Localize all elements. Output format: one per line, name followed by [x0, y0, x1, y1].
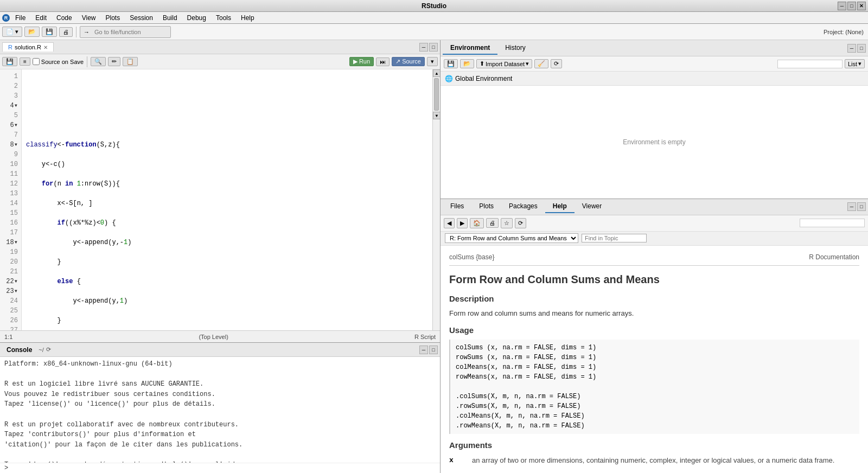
help-bookmark-btn[interactable]: ☆: [501, 218, 513, 228]
console-refresh-btn[interactable]: ⟳: [46, 346, 51, 353]
tab-history[interactable]: History: [497, 42, 533, 55]
console-output[interactable]: Platform: x86_64-unknown-linux-gnu (64-b…: [0, 357, 440, 463]
search-replace-btn[interactable]: 🔍: [91, 57, 106, 66]
editor-tab-solution[interactable]: R solution.R ✕: [2, 42, 54, 52]
new-file-button[interactable]: 📄▾: [2, 27, 22, 37]
open-file-button[interactable]: 📂: [24, 27, 40, 37]
console-tab-bar: Console ~/ ⟳ ─ □: [0, 343, 440, 357]
help-arg-x-desc: an array of two or more dimensions, cont…: [472, 455, 834, 466]
scroll-up-arrow[interactable]: ▲: [433, 69, 440, 77]
restore-button[interactable]: □: [847, 2, 856, 10]
scroll-down-arrow[interactable]: ▼: [433, 112, 440, 119]
help-description-title: Description: [449, 293, 859, 305]
close-button[interactable]: ✕: [857, 2, 866, 10]
tab-packages[interactable]: Packages: [501, 200, 545, 213]
menu-bar: R File Edit Code View Plots Session Buil…: [0, 12, 868, 24]
tab-plots[interactable]: Plots: [471, 200, 501, 213]
console-prompt: >: [4, 464, 8, 472]
find-topic-input[interactable]: [582, 234, 647, 242]
console-pane-controls: ─ □: [419, 346, 438, 354]
tab-files[interactable]: Files: [443, 200, 471, 213]
help-arguments-title: Arguments: [449, 439, 859, 452]
editor-show-btn[interactable]: ≡: [20, 57, 30, 66]
code-line-1: [26, 81, 428, 91]
env-empty-message: Environment is empty: [441, 86, 868, 199]
env-save-btn[interactable]: 💾: [444, 59, 458, 68]
help-back-btn[interactable]: ◀: [444, 218, 455, 228]
code-area: 1 2 3 4▾ 5 6▾ 7 8▾ 9 10 11 12 13 14 15 1…: [0, 69, 440, 330]
print-button[interactable]: 🖨: [59, 27, 73, 37]
code-content[interactable]: classify<-function(S,z){ y<-c() for(n in…: [22, 69, 432, 330]
menu-session[interactable]: Session: [125, 13, 157, 23]
console-maximize-button[interactable]: □: [429, 346, 438, 354]
editor-save-btn[interactable]: 💾: [2, 57, 17, 66]
console-input[interactable]: [10, 464, 436, 472]
menu-plots[interactable]: Plots: [101, 13, 125, 23]
format-btn[interactable]: ✏: [108, 57, 120, 66]
env-toolbar: 💾 📂 ⬆ Import Dataset ▾ 🧹 ⟳ List ▾: [441, 56, 868, 72]
run-button[interactable]: ▶ Run: [349, 57, 374, 66]
compile-btn[interactable]: 📋: [123, 57, 138, 66]
console-line-contrib1: Tapez 'contributors()' pour plus d'infor…: [4, 430, 436, 440]
source-options-btn[interactable]: ▾: [427, 57, 438, 66]
help-search-input[interactable]: [800, 219, 865, 227]
tab-close-button[interactable]: ✕: [43, 44, 48, 50]
files-pane-controls: ─ □: [847, 202, 866, 211]
menu-file[interactable]: File: [11, 13, 30, 23]
menu-tools[interactable]: Tools: [212, 13, 235, 23]
global-env-label[interactable]: Global Environment: [455, 75, 512, 82]
usage-line-2: rowSums (x, na.rm = FALSE, dims = 1): [456, 353, 854, 362]
right-panel: Environment History ─ □ 💾 📂 ⬆ Import Dat…: [441, 40, 868, 473]
env-search-input[interactable]: [777, 60, 843, 68]
refresh-env-btn[interactable]: ⟳: [551, 59, 562, 68]
tab-viewer[interactable]: Viewer: [575, 200, 609, 213]
code-line-13: }: [26, 316, 428, 325]
list-view-btn[interactable]: List ▾: [845, 59, 865, 68]
editor-scrollbar-v[interactable]: ▲ ▼: [432, 69, 440, 330]
help-description-text: Form row and column sums and means for n…: [449, 308, 859, 319]
help-refresh-btn[interactable]: ⟳: [515, 218, 526, 228]
console-minimize-button[interactable]: ─: [419, 346, 428, 354]
code-line-8: if((x%*%z)<0) {: [26, 218, 428, 228]
menu-debug[interactable]: Debug: [183, 13, 210, 23]
help-location-select[interactable]: R: Form Row and Column Sums and Means: [445, 233, 578, 243]
editor-maximize-button[interactable]: □: [429, 43, 438, 52]
menu-code[interactable]: Code: [52, 13, 76, 23]
goto-button[interactable]: →: [80, 26, 171, 38]
scroll-thumb[interactable]: [434, 78, 439, 111]
import-dataset-btn[interactable]: ⬆ Import Dataset ▾: [476, 59, 532, 68]
help-forward-btn[interactable]: ▶: [457, 218, 468, 228]
console-pane: Console ~/ ⟳ ─ □ Platform: x86_64-unknow…: [0, 343, 440, 473]
run-next-btn[interactable]: ⏭: [376, 57, 390, 66]
import-icon: ⬆: [480, 60, 484, 67]
source-button[interactable]: ↗ Source: [392, 57, 425, 66]
env-pane-controls: ─ □: [847, 44, 866, 53]
env-minimize-button[interactable]: ─: [847, 44, 856, 53]
help-home-btn[interactable]: 🏠: [470, 218, 484, 228]
env-maximize-button[interactable]: □: [857, 44, 866, 53]
clear-env-btn[interactable]: 🧹: [534, 59, 548, 68]
minimize-button[interactable]: ─: [838, 2, 846, 10]
window-title: RStudio: [422, 2, 446, 10]
menu-view[interactable]: View: [78, 13, 100, 23]
save-icon: 💾: [46, 28, 53, 35]
editor-minimize-button[interactable]: ─: [419, 43, 428, 52]
toolbar-separator-1: [76, 27, 76, 37]
menu-help[interactable]: Help: [237, 13, 259, 23]
help-arg-x-name: x: [449, 455, 465, 466]
menu-build[interactable]: Build: [158, 13, 182, 23]
global-env-bar: 🌐 Global Environment: [441, 72, 868, 86]
file-type: R Script: [414, 334, 436, 340]
save-button[interactable]: 💾: [42, 27, 57, 37]
help-print-btn[interactable]: 🖨: [486, 218, 499, 228]
files-maximize-button[interactable]: □: [857, 202, 866, 211]
tab-help[interactable]: Help: [545, 200, 575, 213]
files-minimize-button[interactable]: ─: [847, 202, 856, 211]
menu-edit[interactable]: Edit: [31, 13, 51, 23]
source-on-save-checkbox[interactable]: [33, 58, 40, 65]
goto-input[interactable]: [91, 28, 167, 36]
cursor-position: 1:1: [4, 334, 12, 340]
env-open-btn[interactable]: 📂: [460, 59, 474, 68]
tab-environment[interactable]: Environment: [443, 42, 497, 55]
console-tab[interactable]: Console: [2, 345, 36, 355]
